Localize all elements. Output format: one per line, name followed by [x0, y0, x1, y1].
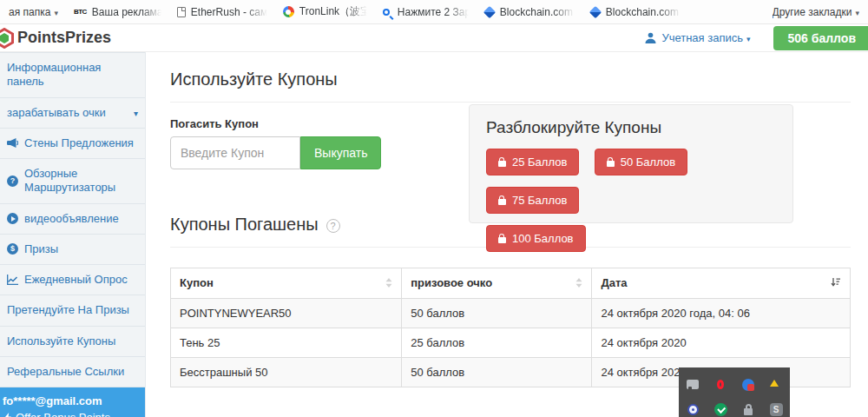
sidebar-item-dashboard[interactable]: Информационная панель — [0, 52, 145, 98]
shadowsocks-icon[interactable] — [770, 403, 783, 416]
bonus-notice[interactable]: fo*****@gmail.com Offer Bonus Points — [0, 387, 145, 417]
bookmark-label: Blockchain.com Wa — [606, 6, 681, 18]
hexagon-logo-icon — [0, 28, 15, 49]
sidebar-item-survey-routers[interactable]: Обзорные Маршрутизаторы — [0, 159, 145, 204]
coin-icon — [7, 243, 18, 255]
sidebar-item-daily-poll[interactable]: Ежедневный Опрос — [0, 265, 145, 295]
sort-icon — [385, 277, 392, 290]
bookmark-folder[interactable]: ая папка — [9, 6, 58, 18]
sidebar-item-label: зарабатывать очки — [7, 106, 106, 120]
table-row: Тень 25 25 баллов 24 октября 2020 — [171, 328, 851, 358]
search-icon — [383, 9, 390, 16]
bookmark-item[interactable]: TronLink（波宝钱包 — [283, 4, 367, 19]
cell-date: 24 октября 2020 года, 04: 06 — [592, 299, 851, 328]
lock-icon — [607, 161, 615, 167]
checkmark-icon[interactable] — [714, 403, 727, 416]
chevron-down-icon — [134, 106, 138, 120]
unlock-panel-title: Разблокируйте Купоны — [486, 118, 776, 137]
chart-icon — [7, 275, 18, 285]
table-row: POINTYNEWYEAR50 50 баллов 24 октября 202… — [171, 299, 851, 328]
blockchain-icon — [589, 5, 602, 17]
section-title-text: Купоны Погашены — [170, 215, 319, 235]
sidebar-item-earn-points[interactable]: зарабатывать очки — [0, 98, 145, 129]
unlock-button-label: 100 Баллов — [512, 232, 574, 245]
lock-icon — [498, 199, 506, 205]
redeem-button[interactable]: Выкупать — [300, 136, 381, 169]
bookmark-item[interactable]: Blockchain.com Wa — [484, 6, 575, 18]
sidebar-item-label: Информационная панель — [7, 61, 138, 89]
notice-email: fo*****@gmail.com — [3, 394, 140, 407]
cell-points: 25 баллов — [402, 328, 592, 358]
opera-icon[interactable] — [717, 380, 724, 389]
bookmark-item[interactable]: Нажмите 2 Зараб — [383, 6, 469, 18]
sidebar-item-label: Используйте Купоны — [7, 334, 115, 348]
system-tray-popup — [679, 367, 790, 417]
table-header-row: Купон призовое очко Дата — [171, 268, 851, 299]
column-header-points[interactable]: призовое очко — [402, 268, 592, 299]
media-player-icon[interactable] — [687, 404, 699, 415]
bookmark-label: EtherRush - самый — [191, 6, 267, 18]
sort-descending-icon — [831, 277, 841, 290]
other-bookmarks-button[interactable]: Другие закладки — [773, 6, 859, 18]
brand-name: PointsPrizes — [17, 29, 111, 47]
help-icon[interactable] — [326, 219, 340, 233]
unlock-25-button[interactable]: 25 Баллов — [486, 149, 579, 175]
lock-icon — [498, 237, 506, 243]
redeem-input-group: Выкупать — [170, 136, 382, 169]
privacy-lock-icon[interactable] — [744, 408, 753, 415]
unlock-100-button[interactable]: 100 Баллов — [486, 225, 586, 252]
sidebar: Информационная панель зарабатывать очки … — [0, 52, 146, 417]
cell-points: 50 баллов — [402, 299, 592, 328]
bolt-icon — [4, 413, 11, 417]
play-circle-icon — [7, 213, 18, 224]
account-label: Учетная запись — [661, 31, 750, 44]
sidebar-item-offer-walls[interactable]: Стены Предложения — [0, 129, 145, 159]
sidebar-item-referral-links[interactable]: Реферальные Ссылки — [0, 357, 145, 387]
sidebar-item-prizes[interactable]: Призы — [0, 235, 145, 265]
question-circle-icon — [7, 175, 18, 187]
unlock-coupons-panel: Разблокируйте Купоны 25 Баллов 50 Баллов… — [469, 104, 793, 223]
page-title: Используйте Купоны — [170, 70, 851, 103]
roboform-icon[interactable] — [742, 379, 754, 391]
lock-icon — [498, 161, 506, 167]
notice-text: Offer Bonus Points — [16, 411, 110, 417]
sidebar-item-use-coupons[interactable]: Используйте Купоны — [0, 327, 145, 357]
main-content: Используйте Купоны Погасить Купон Выкупа… — [146, 52, 868, 417]
bookmark-item[interactable]: Blockchain.com Wa — [590, 6, 681, 18]
sidebar-item-label: Реферальные Ссылки — [7, 365, 124, 379]
bookmark-label: Нажмите 2 Зараб — [398, 6, 469, 18]
unlock-50-button[interactable]: 50 Баллов — [595, 149, 687, 175]
sidebar-item-label: Ежедневный Опрос — [24, 273, 128, 287]
unlock-button-label: 25 Баллов — [512, 156, 567, 169]
other-bookmarks-label: Другие закладки — [773, 6, 859, 18]
cell-date: 24 октября 2020 — [592, 328, 851, 358]
sidebar-item-label: Призы — [24, 242, 58, 256]
column-header-date[interactable]: Дата — [592, 268, 851, 299]
cell-coupon: Бесстрашный 50 — [171, 358, 402, 387]
coupon-input[interactable] — [170, 136, 300, 169]
account-menu[interactable]: Учетная запись — [645, 31, 750, 44]
tronlink-icon — [283, 6, 294, 17]
column-header-coupon[interactable]: Купон — [171, 268, 402, 299]
bookmark-label: TronLink（波宝钱包 — [299, 4, 367, 19]
bookmark-label: Blockchain.com Wa — [500, 6, 575, 18]
sidebar-item-label: видеообъявление — [24, 212, 119, 226]
unlock-button-label: 75 Баллов — [512, 194, 567, 207]
points-balance-badge[interactable]: 506 баллов — [773, 26, 868, 50]
megaphone-icon — [7, 138, 18, 149]
brand-logo[interactable]: PointsPrizes — [0, 28, 111, 49]
unlock-75-button[interactable]: 75 Баллов — [486, 187, 579, 214]
sidebar-item-video-ads[interactable]: видеообъявление — [0, 204, 145, 235]
sidebar-item-claim-prizes[interactable]: Претендуйте На Призы — [0, 295, 145, 326]
sort-icon — [575, 277, 582, 290]
cell-coupon: Тень 25 — [171, 328, 402, 358]
blockchain-icon — [483, 5, 496, 17]
bookmark-item[interactable]: BTC Ваша реклама в с — [74, 6, 161, 18]
sidebar-item-label: Стены Предложения — [24, 136, 134, 150]
bookmark-label: Ваша реклама в с — [92, 6, 161, 18]
screen-share-icon[interactable] — [687, 380, 699, 389]
sidebar-item-label: Претендуйте На Призы — [7, 303, 129, 317]
bookmark-item[interactable]: EtherRush - самый — [177, 6, 267, 18]
page-icon — [177, 7, 186, 17]
cell-points: 50 баллов — [402, 358, 592, 387]
